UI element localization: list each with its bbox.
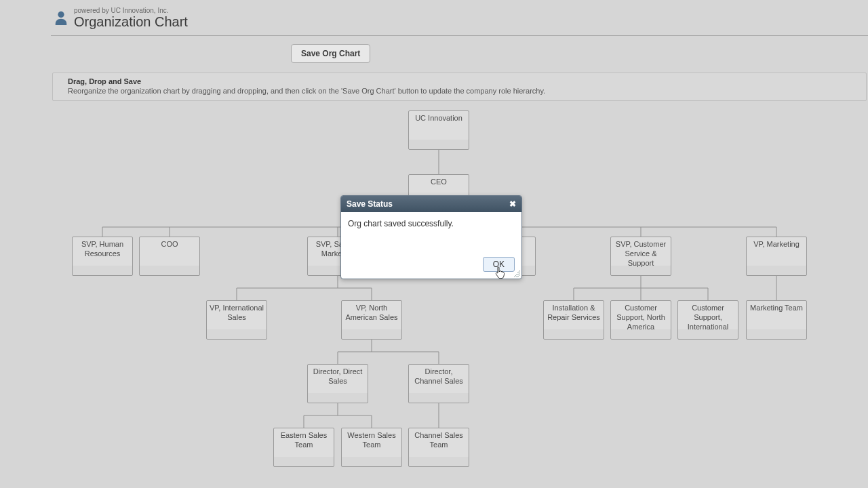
node-installation-repair[interactable]: Installation & Repair Services [543,300,604,340]
node-uc-innovation[interactable]: UC Innovation [408,110,469,150]
node-vp-intl-sales[interactable]: VP, International Sales [206,300,267,340]
node-dir-direct-sales[interactable]: Director, Direct Sales [307,364,368,403]
hint-box: Drag, Drop and Save Reorganize the organ… [52,73,867,101]
node-eastern-sales[interactable]: Eastern Sales Team [273,428,334,467]
dialog-title: Save Status [347,199,393,209]
svg-point-0 [58,12,64,18]
dialog-message: Org chart saved successfully. [341,212,521,253]
node-dir-channel-sales[interactable]: Director, Channel Sales [408,364,469,403]
node-western-sales[interactable]: Western Sales Team [341,428,402,467]
node-cs-international[interactable]: Customer Support, International [677,300,738,340]
ok-button[interactable]: OK [483,257,515,272]
connection-lines [51,101,868,481]
node-channel-sales-team[interactable]: Channel Sales Team [408,428,469,467]
node-svp-hr[interactable]: SVP, Human Resources [72,237,133,276]
powered-by: powered by UC Innovation, Inc. [74,7,188,14]
close-icon[interactable]: ✖ [509,199,516,209]
node-coo[interactable]: COO [139,237,200,276]
node-vp-na-sales[interactable]: VP, North American Sales [341,300,402,340]
page-header: powered by UC Innovation, Inc. Organizat… [51,0,868,36]
node-vp-marketing[interactable]: VP, Marketing [746,237,807,276]
node-marketing-team[interactable]: Marketing Team [746,300,807,340]
dialog-header[interactable]: Save Status ✖ [341,196,521,212]
save-org-chart-button[interactable]: Save Org Chart [291,44,370,63]
node-cs-north-america[interactable]: Customer Support, North America [610,300,671,340]
person-icon [54,9,68,26]
hint-body: Reorganize the organization chart by dra… [68,87,859,95]
org-chart-canvas: UC Innovation CEO SVP, Human Resources C… [51,101,868,481]
hint-title: Drag, Drop and Save [68,77,859,85]
node-svp-customer-service[interactable]: SVP, Customer Service & Support [610,237,671,276]
page-title: Organization Chart [74,14,188,30]
toolbar: Save Org Chart [51,36,868,70]
resize-grip-icon[interactable] [513,270,520,277]
save-status-dialog: Save Status ✖ Org chart saved successful… [340,195,522,279]
